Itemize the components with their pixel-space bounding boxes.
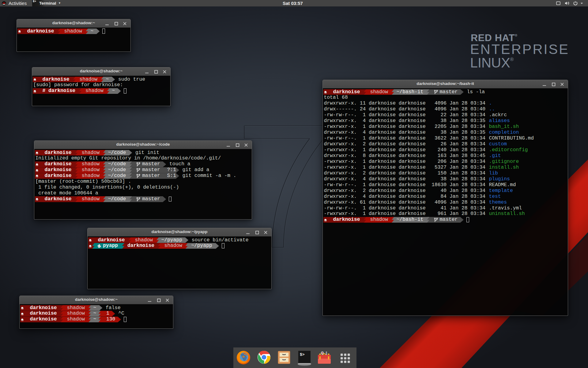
svg-text:$>: $> — [300, 352, 305, 357]
